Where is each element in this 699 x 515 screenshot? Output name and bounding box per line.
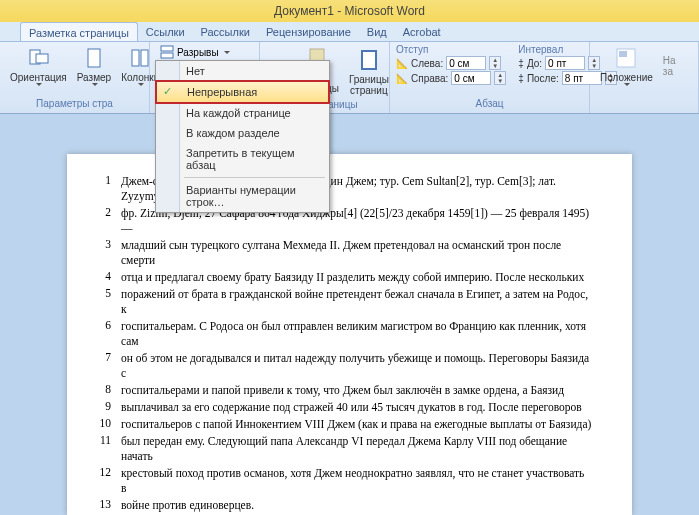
svg-rect-3: [132, 50, 139, 66]
text-line[interactable]: 5поражений от брата в гражданской войне …: [97, 287, 592, 317]
line-number: 4: [97, 270, 121, 285]
line-number: 12: [97, 466, 121, 496]
ribbon-tabs: Разметка страницы Ссылки Рассылки Реценз…: [0, 22, 699, 42]
line-number: 10: [97, 417, 121, 432]
line-text[interactable]: войне против единоверцев.: [121, 498, 254, 513]
tab-view[interactable]: Вид: [359, 22, 395, 41]
line-text[interactable]: поражений от брата в гражданской войне п…: [121, 287, 592, 317]
tab-mailings[interactable]: Рассылки: [193, 22, 258, 41]
line-number: 5: [97, 287, 121, 317]
spinner[interactable]: ▲▼: [489, 56, 501, 70]
line-number: 3: [97, 238, 121, 268]
line-number: 2: [97, 206, 121, 236]
group-label-page-setup: Параметры стра: [6, 98, 143, 111]
tab-page-layout[interactable]: Разметка страницы: [20, 22, 138, 41]
menu-item-none[interactable]: Нет: [156, 61, 329, 81]
after-icon: ‡: [518, 73, 524, 84]
before-icon: ‡: [518, 58, 524, 69]
svg-rect-4: [141, 50, 148, 66]
check-icon: ✓: [163, 85, 172, 98]
line-number: 1: [97, 174, 121, 204]
orientation-icon: [26, 46, 50, 70]
chevron-down-icon: [92, 83, 98, 86]
spinner[interactable]: ▲▼: [494, 71, 506, 85]
svg-rect-16: [619, 51, 627, 57]
spacing-before-input[interactable]: [545, 56, 585, 70]
line-text[interactable]: был передан ему. Следующий папа Александ…: [121, 434, 592, 464]
workspace: 1Джем-султан, или Джем, Зизим (Гияс ад-Д…: [0, 114, 699, 515]
text-line[interactable]: 12крестовый поход против османов, хотя Д…: [97, 466, 592, 496]
line-text[interactable]: отца и предлагал своему брату Баязиду II…: [121, 270, 584, 285]
menu-item-continuous[interactable]: ✓Непрерывная: [155, 80, 330, 104]
size-button[interactable]: Размер: [73, 44, 115, 88]
breaks-button[interactable]: Разрывы: [156, 44, 253, 60]
ribbon: Ориентация Размер Колонки Параметры стра…: [0, 42, 699, 114]
text-line[interactable]: 4отца и предлагал своему брату Баязиду I…: [97, 270, 592, 285]
indent-right-icon: 📐: [396, 73, 408, 84]
text-line[interactable]: 10госпитальеров с папой Иннокентием VIII…: [97, 417, 592, 432]
line-text[interactable]: младший сын турецкого султана Мехмеда II…: [121, 238, 592, 268]
line-number: 8: [97, 383, 121, 398]
indent-right-input[interactable]: [451, 71, 491, 85]
chevron-down-icon: [624, 83, 630, 86]
line-text[interactable]: госпитальеров с папой Иннокентием VIII Д…: [121, 417, 591, 432]
document-page[interactable]: 1Джем-султан, или Джем, Зизим (Гияс ад-Д…: [67, 154, 632, 515]
line-number: 11: [97, 434, 121, 464]
line-number: 13: [97, 498, 121, 513]
text-line[interactable]: 3младший сын турецкого султана Мехмеда I…: [97, 238, 592, 268]
page-borders-button[interactable]: Границы страниц: [345, 46, 393, 98]
line-text[interactable]: выплачивал за его содержание под стражей…: [121, 400, 582, 415]
columns-icon: [128, 46, 152, 70]
svg-rect-1: [36, 54, 48, 63]
tab-review[interactable]: Рецензирование: [258, 22, 359, 41]
group-label-paragraph: Абзац: [396, 98, 583, 111]
text-line[interactable]: 7он об этом не догадывался и питал надеж…: [97, 351, 592, 381]
position-button[interactable]: Положение: [596, 44, 657, 88]
size-icon: [82, 46, 106, 70]
tab-acrobat[interactable]: Acrobat: [395, 22, 449, 41]
text-line[interactable]: 11был передан ему. Следующий папа Алекса…: [97, 434, 592, 464]
menu-item-options[interactable]: Варианты нумерации строк…: [156, 180, 329, 212]
position-icon: [614, 46, 638, 70]
send-back-truncated[interactable]: На за: [663, 55, 676, 77]
breaks-icon: [160, 45, 174, 59]
text-line[interactable]: 13войне против единоверцев.: [97, 498, 592, 513]
indent-header: Отступ: [396, 44, 506, 55]
menu-item-suppress[interactable]: Запретить в текущем абзац: [156, 143, 329, 175]
chevron-down-icon: [224, 51, 230, 54]
text-line[interactable]: 9выплачивал за его содержание под страже…: [97, 400, 592, 415]
line-number: 6: [97, 319, 121, 349]
page-borders-icon: [357, 48, 381, 72]
title-bar: Документ1 - Microsoft Word: [0, 0, 699, 22]
line-text[interactable]: он об этом не догадывался и питал надежд…: [121, 351, 592, 381]
indent-left-icon: 📐: [396, 58, 408, 69]
tab-references[interactable]: Ссылки: [138, 22, 193, 41]
menu-item-each-section[interactable]: В каждом разделе: [156, 123, 329, 143]
line-text[interactable]: госпитальерами и папой привели к тому, ч…: [121, 383, 564, 398]
indent-left-input[interactable]: [446, 56, 486, 70]
svg-rect-5: [161, 46, 173, 51]
line-number: 7: [97, 351, 121, 381]
chevron-down-icon: [138, 83, 144, 86]
svg-rect-14: [362, 51, 376, 69]
menu-item-each-page[interactable]: На каждой странице: [156, 103, 329, 123]
orientation-button[interactable]: Ориентация: [6, 44, 71, 88]
svg-rect-6: [161, 53, 173, 58]
line-text[interactable]: госпитальерам. С Родоса он был отправлен…: [121, 319, 592, 349]
text-line[interactable]: 8госпитальерами и папой привели к тому, …: [97, 383, 592, 398]
svg-rect-2: [88, 49, 100, 67]
line-number: 9: [97, 400, 121, 415]
text-line[interactable]: 6госпитальерам. С Родоса он был отправле…: [97, 319, 592, 349]
chevron-down-icon: [36, 83, 42, 86]
line-text[interactable]: крестовый поход против османов, хотя Дже…: [121, 466, 592, 496]
line-numbers-menu: Нет ✓Непрерывная На каждой странице В ка…: [155, 60, 330, 213]
